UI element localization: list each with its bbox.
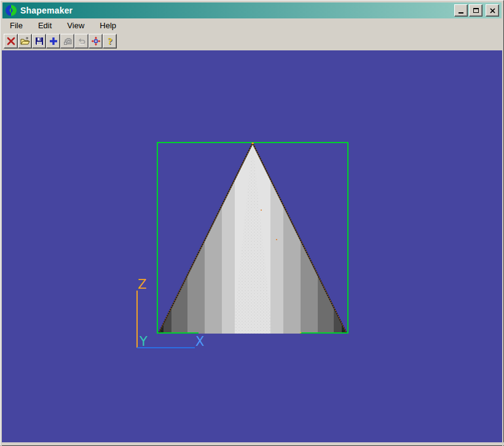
window-border-right bbox=[502, 50, 503, 446]
z-axis-label: Z bbox=[138, 277, 146, 292]
maximize-icon bbox=[473, 8, 479, 13]
undo-icon bbox=[77, 36, 87, 46]
viewport-3d[interactable]: Z Y X bbox=[2, 50, 503, 444]
save-button[interactable] bbox=[32, 34, 46, 49]
save-icon bbox=[34, 36, 44, 46]
x-axis-label: X bbox=[195, 334, 204, 349]
render-button[interactable] bbox=[60, 34, 74, 49]
artifact-dot bbox=[300, 332, 301, 333]
pan-button[interactable] bbox=[89, 34, 103, 49]
window-border-bottom bbox=[1, 442, 504, 445]
help-button[interactable]: ? ? bbox=[103, 34, 117, 49]
cone-apex-dot bbox=[252, 143, 254, 144]
plus-icon bbox=[49, 36, 58, 46]
close-icon bbox=[490, 8, 495, 14]
window-controls bbox=[454, 4, 499, 17]
pan-arrows-icon bbox=[91, 36, 101, 46]
minimize-button[interactable] bbox=[454, 4, 468, 17]
render-camera-icon bbox=[63, 36, 73, 46]
app-window: Shapemaker File Edit View Help bbox=[0, 0, 504, 446]
minimize-icon bbox=[459, 12, 463, 14]
menu-bar: File Edit View Help bbox=[2, 18, 502, 32]
close-button[interactable] bbox=[486, 4, 499, 17]
help-glyph: ? bbox=[108, 36, 112, 46]
artifact-dot bbox=[261, 209, 262, 211]
toolbar: ? ? bbox=[2, 32, 502, 50]
title-bar[interactable]: Shapemaker bbox=[2, 2, 502, 18]
window-border-left bbox=[1, 50, 2, 446]
delete-button[interactable] bbox=[4, 34, 18, 49]
menu-edit[interactable]: Edit bbox=[33, 19, 57, 32]
artifact-dot bbox=[276, 239, 277, 240]
window-title: Shapemaker bbox=[20, 6, 454, 15]
menu-view[interactable]: View bbox=[61, 19, 90, 32]
app-logo-icon bbox=[5, 4, 17, 17]
delete-icon bbox=[6, 36, 16, 46]
scene-canvas: Z Y X bbox=[2, 50, 503, 444]
undo-button[interactable] bbox=[74, 34, 89, 49]
y-axis-label: Y bbox=[139, 334, 148, 349]
help-icon: ? ? bbox=[105, 36, 115, 46]
maximize-button[interactable] bbox=[469, 4, 482, 17]
menu-help[interactable]: Help bbox=[94, 19, 122, 32]
menu-file[interactable]: File bbox=[4, 19, 28, 32]
add-shape-button[interactable] bbox=[46, 34, 60, 49]
open-button[interactable] bbox=[18, 34, 32, 49]
open-folder-icon bbox=[20, 36, 30, 46]
